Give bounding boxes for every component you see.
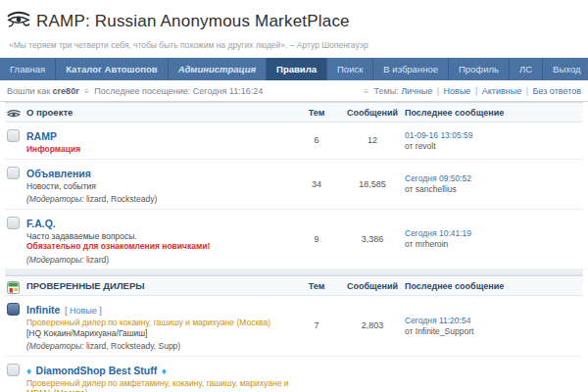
nav-tab-home[interactable]: Главная <box>0 58 56 80</box>
topic-count: 50 <box>293 361 340 392</box>
moderators-names: lizard) <box>86 255 109 265</box>
last-post-link[interactable]: Сегодня 10:41:19 <box>405 228 583 238</box>
nav-tab-rules[interactable]: Правила <box>267 58 327 80</box>
nav-tab-favorites[interactable]: В избранное <box>373 58 449 80</box>
last-post-link[interactable]: Сегодня 11:20:54 <box>405 316 583 325</box>
forum-index: О проекте Тем Сообщений Последнее сообще… <box>0 102 588 392</box>
topic-count: 6 <box>293 126 340 155</box>
forum-row-infinite: Infinite [ Новые ] Проверенный дилер по … <box>5 296 583 357</box>
column-header-topics: Тем <box>293 108 340 118</box>
forum-page: RAMP: Russian Anonymous MarketPlace «Мы … <box>0 0 588 392</box>
topic-quick-links: ≡ Темы: Личные | Новые | Активные | Без … <box>361 86 581 96</box>
forum-read-icon <box>7 217 20 229</box>
last-post-author: от revolt <box>405 141 583 151</box>
forum-tagline: Проверенный дилер по амфетамину, кокаину… <box>26 378 289 392</box>
masthead: RAMP: Russian Anonymous MarketPlace «Мы … <box>0 0 588 50</box>
forum-link[interactable]: F.A.Q. <box>26 218 56 229</box>
link-active-topics[interactable]: Активные <box>482 86 521 96</box>
username: cre80r <box>53 86 79 96</box>
diamond-icon: ♦ <box>162 366 167 376</box>
section-title: ПРОВЕРЕННЫЕ ДИЛЕРЫ <box>26 280 145 291</box>
post-count: 12 <box>340 126 405 155</box>
topics-label: Темы: <box>373 86 398 96</box>
forum-announcement: Обязательно для ознакомления новичками! <box>26 241 289 252</box>
nav-tab-autoshop-catalog[interactable]: Каталог Автошопов <box>56 58 168 80</box>
forum-link[interactable]: RAMP <box>26 130 57 142</box>
forum-announcement: Информация <box>26 144 289 155</box>
topic-count: 7 <box>293 300 340 352</box>
list-icon: ≡ <box>81 87 92 96</box>
forum-unread-icon <box>7 303 20 316</box>
column-header-topics: Тем <box>293 281 340 291</box>
moderators-line: (Модераторы: lizard) <box>26 255 289 266</box>
forum-link[interactable]: Объявления <box>26 168 91 179</box>
post-count: 3,386 <box>340 214 405 266</box>
forum-description: Часто задаваемые вопросы. <box>26 231 289 242</box>
post-count: 14,243 <box>340 361 405 392</box>
forum-tagline: Проверенный дилер по кокаину, гашишу и м… <box>26 318 289 328</box>
forum-description: Новости, события <box>26 181 289 192</box>
topic-count: 9 <box>293 214 340 266</box>
moderators-names: lizard, Rocksteady) <box>86 194 157 204</box>
section-header-about: О проекте Тем Сообщений Последнее сообще… <box>5 102 583 122</box>
forum-read-icon <box>7 167 20 179</box>
column-header-posts: Сообщений <box>340 281 405 291</box>
login-status: Вошли как cre80r ≡ Последнее посещение: … <box>7 86 263 96</box>
last-post-link[interactable]: 01-09-16 13:05:59 <box>405 130 583 140</box>
link-personal-topics[interactable]: Личные <box>401 86 432 96</box>
moderators-line: (Модераторы: lizard, Rocksteady) <box>26 194 289 205</box>
post-count: 2,803 <box>340 300 405 352</box>
new-posts-link[interactable]: [ Новые ] <box>65 306 102 316</box>
nav-tab-search[interactable]: Поиск <box>327 58 373 80</box>
link-unanswered-topics[interactable]: Без ответов <box>533 86 581 96</box>
column-header-lastpost: Последнее сообщение <box>405 108 583 118</box>
moderators-label: (Модераторы: <box>26 341 84 351</box>
diamond-icon: ♦ <box>26 366 31 376</box>
moderators-label: (Модераторы: <box>26 194 84 204</box>
forum-info: [HQ Кокаин/Марихуана/Гашиш] <box>26 328 289 339</box>
page-title: RAMP: Russian Anonymous MarketPlace <box>36 12 350 31</box>
last-post-author: от mrheroin <box>405 239 583 249</box>
list-icon: ≡ <box>361 87 371 96</box>
moderators-names: lizard, Rocksteady, Supp) <box>86 341 180 351</box>
eye-of-horus-icon <box>7 11 30 31</box>
column-header-lastpost: Последнее сообщение <box>405 281 583 291</box>
main-navigation: Главная Каталог Автошопов Администрация … <box>0 58 588 80</box>
moderators-line: (Модераторы: lizard, Rocksteady, Supp) <box>26 341 289 352</box>
separator: | <box>435 86 441 96</box>
section-title: О проекте <box>26 107 73 118</box>
section-eye-icon <box>5 106 26 120</box>
last-post-author: от sanchellius <box>405 184 583 194</box>
nav-tab-logout[interactable]: Выход <box>543 58 588 80</box>
last-visit-label: Последнее посещение: Сегодня 11:16:24 <box>94 86 263 96</box>
forum-link[interactable]: Infinite <box>26 304 60 316</box>
forum-read-icon <box>7 129 20 142</box>
nav-tab-pm[interactable]: ЛС <box>510 58 543 80</box>
status-bar: Вошли как cre80r ≡ Последнее посещение: … <box>0 80 588 102</box>
last-post-author: от Infinite_Support <box>405 326 583 336</box>
forum-link[interactable]: DiamondShop Best Stuff <box>36 365 158 376</box>
forum-row-diamondshop: ♦ DiamondShop Best Stuff ♦ Проверенный д… <box>5 357 583 392</box>
site-quote: «Мы теряем три четверти себя, чтобы быть… <box>9 40 580 50</box>
last-post-link[interactable]: Сегодня 09:50:52 <box>405 173 583 183</box>
forum-row-faq: F.A.Q. Часто задаваемые вопросы. Обязате… <box>5 210 583 270</box>
column-header-posts: Сообщений <box>340 108 405 118</box>
nav-tab-administration[interactable]: Администрация <box>169 58 267 80</box>
topic-count: 34 <box>293 164 340 205</box>
nav-tab-profile[interactable]: Профиль <box>449 58 510 80</box>
market-icon <box>5 278 26 294</box>
section-header-verified-dealers: ПРОВЕРЕННЫЕ ДИЛЕРЫ Тем Сообщений Последн… <box>5 275 583 296</box>
forum-read-icon <box>7 364 20 376</box>
forum-row-announcements: Объявления Новости, события (Модераторы:… <box>5 160 583 210</box>
moderators-label: (Модераторы: <box>26 255 84 265</box>
logged-in-label: Вошли как <box>7 86 50 96</box>
post-count: 18,585 <box>340 164 405 205</box>
link-new-topics[interactable]: Новые <box>444 86 471 96</box>
forum-row-ramp: RAMP Информация 6 12 01-09-16 13:05:59 о… <box>5 122 583 160</box>
separator: | <box>473 86 479 96</box>
separator: | <box>524 86 530 96</box>
